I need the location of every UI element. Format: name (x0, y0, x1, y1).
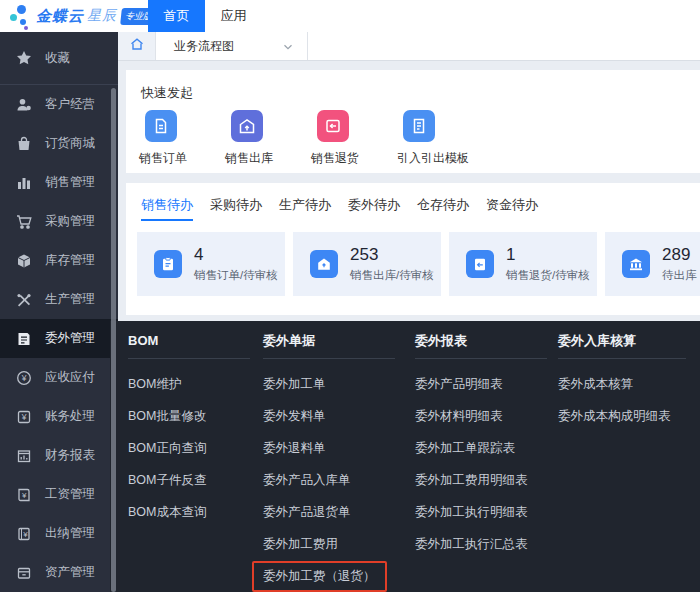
svg-text:¥: ¥ (22, 529, 28, 538)
brand-subname: 星辰 (87, 7, 117, 25)
tab-home[interactable]: 首页 (148, 0, 205, 32)
sidebar-item-label: 工资管理 (45, 486, 95, 503)
kingdee-logo-icon (6, 1, 32, 31)
megamenu-column-inbound-costing: 委外入库核算 委外成本核算 委外成本构成明细表 (558, 331, 686, 432)
home-tab-button[interactable] (118, 32, 156, 60)
menu-item-cost-composition-detail[interactable]: 委外成本构成明细表 (558, 400, 686, 432)
quick-launch-row: 销售订单 销售出库 销售退货 (139, 110, 700, 167)
todo-card-pending-outbound[interactable]: 289 待出库 (605, 232, 700, 296)
todo-tab-purchase[interactable]: 采购待办 (210, 196, 262, 221)
menu-item-process-fee-detail-report[interactable]: 委外加工费用明细表 (415, 464, 547, 496)
sidebar-item-cashier[interactable]: ¥ 出纳管理 (0, 514, 118, 553)
sidebar-item-accounting[interactable]: ¥ 账务处理 (0, 397, 118, 436)
sidebar-item-label: 库存管理 (45, 252, 95, 269)
sidebar-item-favorites[interactable]: 收藏 (0, 32, 118, 85)
menu-item-cost-accounting[interactable]: 委外成本核算 (558, 368, 686, 400)
outsourcing-megamenu: BOM BOM维护 BOM批量修改 BOM正向查询 BOM子件反查 BOM成本查… (110, 321, 700, 592)
sidebar-item-production[interactable]: 生产管理 (0, 280, 118, 319)
quick-action-label: 销售出库 (225, 150, 273, 167)
clipboard-return-icon (466, 250, 494, 278)
quick-launch-panel: 快速发起 销售订单 销售出库 (126, 70, 700, 173)
svg-text:¥: ¥ (20, 373, 26, 383)
tab-apps[interactable]: 应用 (205, 0, 262, 32)
todo-tab-sales[interactable]: 销售待办 (141, 196, 193, 221)
sidebar-scrollbar[interactable] (111, 88, 116, 592)
sidebar-item-receivable-payable[interactable]: ¥ 应收应付 (0, 358, 118, 397)
todo-tab-production[interactable]: 生产待办 (279, 196, 331, 221)
cube-icon (15, 252, 32, 269)
menu-item-outsourcing-product-return[interactable]: 委外产品退货单 (263, 496, 395, 528)
menu-item-outsourcing-process-fee-refund[interactable]: 委外加工费（退货） (263, 560, 395, 592)
sidebar-item-label: 财务报表 (45, 447, 95, 464)
menu-item-bom-maintain[interactable]: BOM维护 (128, 368, 250, 400)
app-window: 金蝶云 星辰 专业版 首页 应用 业务流程图 (0, 0, 700, 592)
sidebar-item-outsourcing[interactable]: 委外管理 (0, 319, 118, 358)
return-box-icon (317, 110, 349, 142)
sidebar-item-customer[interactable]: 客户经营 (0, 85, 118, 124)
menu-item-outsourcing-process-fee[interactable]: 委外加工费用 (263, 528, 395, 560)
todo-card-row: 4 销售订单/待审核 253 销售出库/待审核 (137, 232, 700, 296)
menu-item-bom-reverse-query[interactable]: BOM子件反查 (128, 464, 250, 496)
todo-label: 待出库 (662, 268, 697, 283)
house-up-icon (310, 250, 338, 278)
chevron-down-icon[interactable] (281, 40, 295, 57)
menu-item-outsourcing-product-inbound[interactable]: 委外产品入库单 (263, 464, 395, 496)
sidebar-item-label: 出纳管理 (45, 525, 95, 542)
brand-logo: 金蝶云 星辰 专业版 (6, 0, 156, 32)
menu-item-product-detail-report[interactable]: 委外产品明细表 (415, 368, 547, 400)
todo-card-sales-order[interactable]: 4 销售订单/待审核 (137, 232, 285, 296)
menu-item-outsourcing-material-return[interactable]: 委外退料单 (263, 432, 395, 464)
sidebar-item-label: 生产管理 (45, 291, 95, 308)
sidebar-item-sales[interactable]: 销售管理 (0, 163, 118, 202)
sidebar-item-financial-reports[interactable]: 财务报表 (0, 436, 118, 475)
todo-tab-warehouse[interactable]: 仓存待办 (417, 196, 469, 221)
sidebar-item-label: 委外管理 (45, 330, 95, 347)
report-chart-icon (15, 447, 32, 464)
quick-action-sales-return[interactable]: 销售退货 (311, 110, 397, 167)
todo-card-sales-outbound[interactable]: 253 销售出库/待审核 (293, 232, 441, 296)
page-tab-bar: 业务流程图 (118, 32, 700, 61)
quick-action-import-export-template[interactable]: 引入引出模板 (397, 110, 483, 167)
sidebar-item-assets[interactable]: 资产管理 (0, 553, 118, 592)
megamenu-column-title: 委外单据 (263, 331, 395, 351)
todo-count: 4 (194, 245, 278, 265)
menu-item-material-detail-report[interactable]: 委外材料明细表 (415, 400, 547, 432)
todo-count: 289 (662, 245, 697, 265)
todo-label: 销售订单/待审核 (194, 268, 278, 283)
menu-item-process-execution-summary-report[interactable]: 委外加工执行汇总表 (415, 528, 547, 560)
sidebar-item-purchase[interactable]: 采购管理 (0, 202, 118, 241)
divider (263, 358, 395, 359)
menu-item-bom-cost-query[interactable]: BOM成本查询 (128, 496, 250, 528)
todo-tab-outsourcing[interactable]: 委外待办 (348, 196, 400, 221)
todo-count: 253 (350, 245, 434, 265)
warehouse-out-icon (231, 110, 263, 142)
cashier-book-icon: ¥ (15, 525, 32, 542)
customer-icon (15, 96, 32, 113)
todo-card-sales-return[interactable]: 1 销售退货/待审核 (449, 232, 597, 296)
star-icon (15, 50, 32, 67)
menu-item-bom-forward-query[interactable]: BOM正向查询 (128, 432, 250, 464)
menu-item-bom-batch-edit[interactable]: BOM批量修改 (128, 400, 250, 432)
menu-item-outsourcing-material-issue[interactable]: 委外发料单 (263, 400, 395, 432)
divider (558, 358, 686, 359)
quick-action-sales-outbound[interactable]: 销售出库 (225, 110, 311, 167)
highlight-red-box[interactable]: 委外加工费（退货） (252, 561, 387, 592)
megamenu-column-title: BOM (128, 331, 250, 351)
svg-text:¥: ¥ (20, 412, 26, 422)
menu-item-process-execution-detail-report[interactable]: 委外加工执行明细表 (415, 496, 547, 528)
quick-action-sales-order[interactable]: 销售订单 (139, 110, 225, 167)
page-tab-flowchart[interactable]: 业务流程图 (156, 32, 308, 60)
sidebar-item-order-mall[interactable]: 订货商城 (0, 124, 118, 163)
bank-icon (622, 250, 650, 278)
sidebar-item-label: 客户经营 (45, 96, 95, 113)
menu-item-process-order-tracking-report[interactable]: 委外加工单跟踪表 (415, 432, 547, 464)
sidebar-item-payroll[interactable]: ¥ 工资管理 (0, 475, 118, 514)
sidebar-item-label: 资产管理 (45, 564, 95, 581)
yen-square-icon: ¥ (15, 408, 32, 425)
todo-tab-funds[interactable]: 资金待办 (486, 196, 538, 221)
sidebar-item-inventory[interactable]: 库存管理 (0, 241, 118, 280)
tools-icon (15, 291, 32, 308)
sales-order-doc-icon (145, 110, 177, 142)
todo-count: 1 (506, 245, 590, 265)
menu-item-outsourcing-process-order[interactable]: 委外加工单 (263, 368, 395, 400)
